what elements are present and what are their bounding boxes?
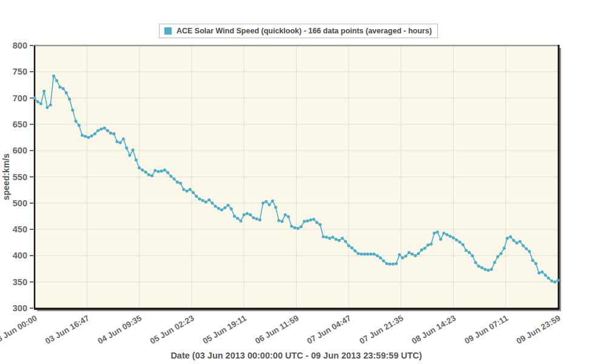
data-point <box>357 252 360 255</box>
data-point <box>116 140 119 143</box>
data-point <box>483 268 486 271</box>
x-tick-label: 03 Jun 16:47 <box>44 314 91 346</box>
data-point <box>395 262 398 265</box>
x-tick-label: 07 Jun 21:35 <box>358 313 405 346</box>
data-point <box>465 249 468 252</box>
data-point <box>81 134 84 137</box>
data-point <box>509 235 512 238</box>
data-point <box>240 220 243 223</box>
data-point <box>375 254 379 257</box>
data-point <box>277 219 280 222</box>
y-tick-label: 400 <box>13 251 27 260</box>
data-point <box>338 239 341 242</box>
data-point <box>39 103 42 106</box>
data-point <box>534 262 537 265</box>
data-point <box>445 233 448 236</box>
data-point <box>258 218 261 221</box>
data-point <box>182 188 185 191</box>
data-point <box>411 252 414 255</box>
data-point <box>157 170 160 173</box>
data-point <box>36 100 39 103</box>
legend-label: ACE Solar Wind Speed (quicklook) - 166 d… <box>177 27 432 35</box>
data-point <box>281 220 284 223</box>
y-tick-label: 550 <box>13 172 27 182</box>
data-point <box>144 170 147 174</box>
data-point <box>290 224 293 228</box>
data-point <box>264 200 267 203</box>
data-point <box>322 235 325 238</box>
data-point <box>363 252 366 255</box>
data-point <box>132 149 135 152</box>
x-tick-label: 03 Jun 00:00 <box>0 314 38 346</box>
data-point <box>99 127 103 130</box>
y-tick-label: 500 <box>13 198 27 208</box>
data-point <box>210 201 214 204</box>
data-point <box>388 263 391 266</box>
data-point <box>493 261 496 264</box>
data-point <box>125 146 128 149</box>
x-tick-label: 06 Jun 11:59 <box>254 314 300 346</box>
data-point <box>160 170 163 173</box>
data-point <box>398 253 401 256</box>
data-point <box>439 238 442 241</box>
data-point <box>252 217 255 220</box>
data-point <box>90 135 93 138</box>
data-point <box>455 238 458 241</box>
data-point <box>271 200 274 203</box>
data-point <box>135 158 138 161</box>
data-point <box>189 188 192 191</box>
chart-canvas: 80075070065060055050045040035030003 Jun … <box>0 0 609 364</box>
x-tick-label: 05 Jun 19:11 <box>201 313 248 345</box>
data-point <box>417 252 420 255</box>
data-point <box>480 266 483 269</box>
data-point <box>354 249 357 252</box>
data-point <box>309 218 312 221</box>
data-point <box>214 205 217 208</box>
data-point <box>195 195 198 198</box>
data-point <box>477 265 480 268</box>
data-point <box>87 136 90 139</box>
data-point <box>306 220 309 223</box>
data-point <box>414 254 417 257</box>
data-point <box>499 252 502 255</box>
data-point <box>540 271 543 274</box>
data-point <box>255 217 258 220</box>
data-point <box>233 215 236 218</box>
data-point <box>351 246 354 249</box>
x-tick-label: 05 Jun 02:23 <box>149 313 196 346</box>
data-point <box>462 243 465 246</box>
data-point <box>169 175 172 178</box>
data-point <box>163 169 166 172</box>
x-tick-label: 09 Jun 23:59 <box>515 314 562 346</box>
data-point <box>458 240 461 243</box>
data-point <box>58 86 61 89</box>
chart-legend: ACE Solar Wind Speed (quicklook) - 166 d… <box>159 24 438 38</box>
data-point <box>404 255 407 258</box>
data-point <box>268 203 271 206</box>
y-tick-label: 600 <box>13 146 27 155</box>
legend-swatch-icon <box>164 27 172 35</box>
data-point <box>96 129 99 132</box>
data-point <box>274 206 277 209</box>
data-point <box>153 169 156 172</box>
data-point <box>122 138 125 141</box>
data-point <box>65 91 68 94</box>
data-point <box>347 244 350 247</box>
x-tick-label: 07 Jun 04:47 <box>306 314 353 346</box>
data-point <box>297 227 300 230</box>
data-point <box>506 237 509 240</box>
x-axis-title: Date (03 Jun 2013 00:00:00 UTC - 09 Jun … <box>170 351 422 360</box>
data-point <box>537 272 540 275</box>
data-point <box>471 254 474 257</box>
data-point <box>420 248 423 251</box>
data-point <box>138 166 141 169</box>
data-point <box>75 120 78 123</box>
plot-area-container: 80075070065060055050045040035030003 Jun … <box>0 0 609 364</box>
data-point <box>201 199 204 202</box>
data-point <box>42 90 45 93</box>
data-point <box>392 263 395 266</box>
x-tick-label: 09 Jun 07:11 <box>463 313 510 345</box>
data-point <box>315 221 318 224</box>
data-point <box>436 231 439 234</box>
data-point <box>426 244 429 247</box>
